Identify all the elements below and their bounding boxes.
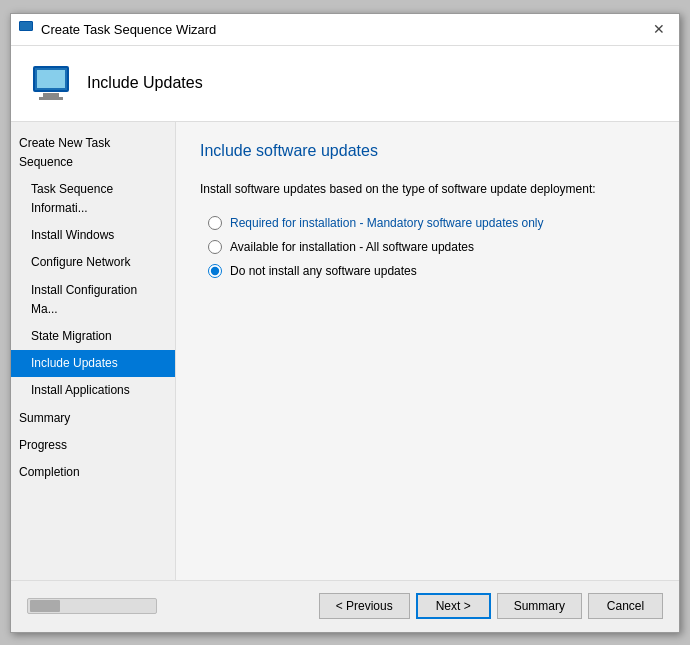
radio-none-label: Do not install any software updates: [230, 264, 417, 278]
sidebar-item-summary[interactable]: Summary: [11, 405, 175, 432]
radio-none[interactable]: Do not install any software updates: [208, 264, 655, 278]
close-button[interactable]: ✕: [647, 17, 671, 41]
content-description: Install software updates based on the ty…: [200, 180, 655, 198]
sidebar-item-install-applications[interactable]: Install Applications: [11, 377, 175, 404]
sidebar-item-include-updates[interactable]: Include Updates: [11, 350, 175, 377]
sidebar-item-install-windows[interactable]: Install Windows: [11, 222, 175, 249]
next-button[interactable]: Next >: [416, 593, 491, 619]
wizard-body: Create New Task Sequence Task Sequence I…: [11, 122, 679, 580]
radio-group: Required for installation - Mandatory so…: [208, 216, 655, 278]
header-title: Include Updates: [87, 74, 203, 92]
radio-required-label: Required for installation - Mandatory so…: [230, 216, 544, 230]
content-title: Include software updates: [200, 142, 655, 160]
scrollbar-thumb: [30, 600, 60, 612]
radio-available[interactable]: Available for installation - All softwar…: [208, 240, 655, 254]
sidebar-item-state-migration[interactable]: State Migration: [11, 323, 175, 350]
footer-scrollbar[interactable]: [27, 598, 157, 614]
sidebar-item-completion[interactable]: Completion: [11, 459, 175, 486]
sidebar-item-progress[interactable]: Progress: [11, 432, 175, 459]
previous-button[interactable]: < Previous: [319, 593, 410, 619]
footer-buttons: < Previous Next > Summary Cancel: [319, 593, 663, 619]
radio-none-input[interactable]: [208, 264, 222, 278]
radio-available-label: Available for installation - All softwar…: [230, 240, 474, 254]
cancel-button[interactable]: Cancel: [588, 593, 663, 619]
sidebar-item-configure-network[interactable]: Configure Network: [11, 249, 175, 276]
radio-required[interactable]: Required for installation - Mandatory so…: [208, 216, 655, 230]
wizard-footer: < Previous Next > Summary Cancel: [11, 580, 679, 632]
wizard-window: Create Task Sequence Wizard ✕ Include Up…: [10, 13, 680, 633]
radio-available-input[interactable]: [208, 240, 222, 254]
radio-required-input[interactable]: [208, 216, 222, 230]
header-icon: [27, 59, 75, 107]
title-bar: Create Task Sequence Wizard ✕: [11, 14, 679, 46]
window-title: Create Task Sequence Wizard: [41, 22, 216, 37]
summary-button[interactable]: Summary: [497, 593, 582, 619]
sidebar-item-task-info[interactable]: Task Sequence Informati...: [11, 176, 175, 222]
sidebar-item-install-config-mgr[interactable]: Install Configuration Ma...: [11, 277, 175, 323]
title-bar-left: Create Task Sequence Wizard: [19, 21, 216, 37]
content-area: Include software updates Install softwar…: [176, 122, 679, 580]
sidebar: Create New Task Sequence Task Sequence I…: [11, 122, 176, 580]
window-icon: [19, 21, 35, 37]
wizard-header: Include Updates: [11, 46, 679, 122]
sidebar-item-create-new[interactable]: Create New Task Sequence: [11, 130, 175, 176]
